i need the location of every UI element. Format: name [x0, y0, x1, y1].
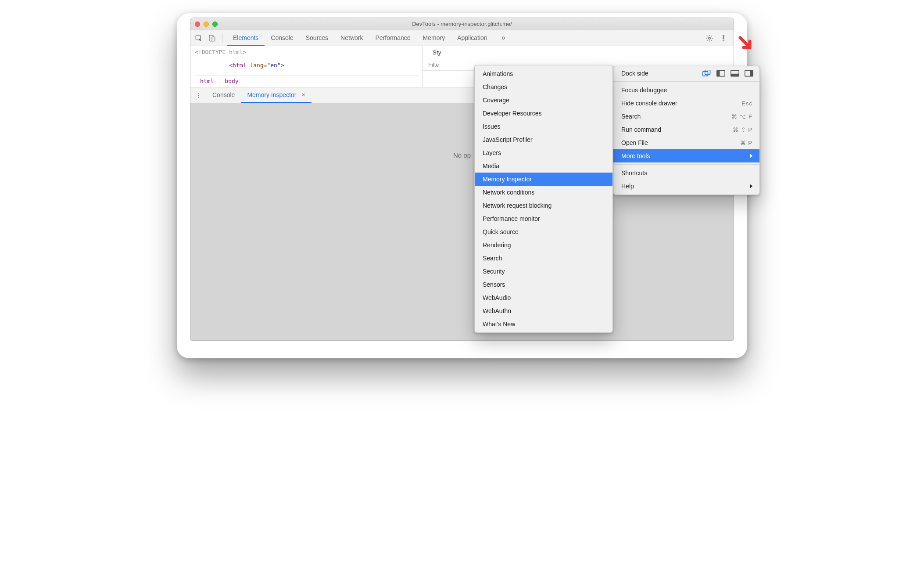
minimize-window-button[interactable]	[204, 22, 209, 27]
more-tools-submenu: AnimationsChangesCoverageDeveloper Resou…	[474, 65, 613, 333]
submenu-item-webauthn[interactable]: WebAuthn	[475, 304, 612, 317]
submenu-item-developer-resources[interactable]: Developer Resources	[475, 107, 612, 120]
menu-item-run-command[interactable]: Run command⌘ ⇧ P	[613, 123, 759, 136]
panel-tab-elements[interactable]: Elements	[227, 30, 265, 46]
submenu-item-security[interactable]: Security	[475, 265, 612, 278]
annotation-arrow-icon	[738, 35, 755, 54]
menu-item-focus-debuggee[interactable]: Focus debuggee	[613, 83, 759, 97]
menu-item-shortcuts[interactable]: Shortcuts	[613, 166, 759, 180]
menu-item-help[interactable]: Help	[613, 180, 759, 193]
submenu-item-quick-source[interactable]: Quick source	[475, 225, 612, 238]
panel-tab-application[interactable]: Application	[451, 30, 494, 46]
traffic-lights	[195, 22, 218, 27]
breadcrumb-html[interactable]: html	[195, 76, 219, 87]
settings-gear-icon[interactable]	[704, 32, 715, 44]
close-window-button[interactable]	[195, 22, 200, 27]
styles-tab[interactable]: Sty	[428, 46, 446, 59]
menu-separator	[613, 81, 759, 82]
submenu-item-network-request-blocking[interactable]: Network request blocking	[475, 199, 612, 212]
submenu-item-webaudio[interactable]: WebAudio	[475, 291, 612, 304]
dock-undock-icon[interactable]	[702, 70, 711, 77]
submenu-item-issues[interactable]: Issues	[475, 120, 612, 133]
panel-tabs: ElementsConsoleSourcesNetworkPerformance…	[227, 30, 494, 46]
panel-tab-memory[interactable]: Memory	[417, 30, 451, 46]
menu-item-open-file[interactable]: Open File⌘ P	[613, 136, 759, 149]
svg-point-8	[198, 94, 199, 95]
svg-point-5	[723, 37, 724, 39]
svg-point-4	[723, 35, 724, 36]
menu-item-more-tools[interactable]: More tools	[613, 149, 759, 162]
panel-tab-performance[interactable]: Performance	[369, 30, 416, 46]
kebab-menu-icon[interactable]	[718, 32, 729, 44]
panel-tab-sources[interactable]: Sources	[300, 30, 334, 46]
submenu-item-network-conditions[interactable]: Network conditions	[475, 186, 612, 199]
styles-tabstrip: Sty	[423, 46, 734, 59]
submenu-item-javascript-profiler[interactable]: JavaScript Profiler	[475, 133, 612, 146]
submenu-item-memory-inspector[interactable]: Memory Inspector	[475, 173, 612, 186]
submenu-item-layers[interactable]: Layers	[475, 146, 612, 159]
device-toolbar-icon[interactable]	[206, 32, 218, 44]
submenu-arrow-icon	[750, 152, 752, 159]
submenu-item-coverage[interactable]: Coverage	[475, 94, 612, 107]
svg-point-9	[198, 97, 199, 97]
dom-breadcrumbs: htmlbody	[195, 76, 418, 87]
menu-item-hide-console-drawer[interactable]: Hide console drawerEsc	[613, 97, 759, 110]
dom-doctype: <!DOCTYPE html>	[195, 49, 246, 55]
svg-point-6	[723, 40, 724, 41]
zoom-window-button[interactable]	[212, 22, 218, 27]
titlebar: DevTools - memory-inspector.glitch.me/	[190, 18, 734, 30]
submenu-arrow-icon	[750, 183, 752, 190]
svg-rect-17	[750, 70, 753, 76]
toolbar-divider	[222, 33, 222, 43]
main-menu: Dock side Focus debuggee Hide console dr…	[613, 66, 760, 195]
submenu-item-media[interactable]: Media	[475, 159, 612, 173]
panel-tab-network[interactable]: Network	[334, 30, 369, 46]
submenu-item-what-s-new[interactable]: What's New	[475, 317, 612, 331]
panel-tab-console[interactable]: Console	[265, 30, 299, 46]
menu-separator	[613, 164, 759, 165]
breadcrumb-body[interactable]: body	[219, 76, 244, 87]
dock-right-icon[interactable]	[745, 70, 753, 77]
svg-rect-10	[703, 72, 708, 76]
dock-side-row: Dock side	[613, 68, 759, 79]
drawer-menu-icon[interactable]	[194, 92, 203, 99]
svg-rect-15	[731, 74, 739, 76]
drawer-empty-text: No op	[453, 151, 471, 159]
main-toolbar: ElementsConsoleSourcesNetworkPerformance…	[190, 30, 734, 46]
overflow-tabs-button[interactable]: »	[495, 30, 512, 46]
svg-point-3	[709, 37, 711, 39]
window-title: DevTools - memory-inspector.glitch.me/	[190, 21, 734, 27]
dom-tree[interactable]: <!DOCTYPE html> <html lang="en"> htmlbod…	[190, 46, 423, 87]
submenu-item-animations[interactable]: Animations	[475, 67, 612, 80]
svg-rect-13	[717, 70, 720, 76]
dock-bottom-icon[interactable]	[731, 70, 739, 77]
submenu-item-search[interactable]: Search	[475, 252, 612, 265]
drawer-tab-memory-inspector[interactable]: Memory Inspector×	[241, 87, 311, 103]
drawer-tab-console[interactable]: Console	[206, 87, 241, 103]
svg-point-7	[198, 93, 199, 94]
inspect-element-icon[interactable]	[193, 32, 204, 44]
close-icon[interactable]: ×	[301, 91, 305, 98]
dock-side-label: Dock side	[621, 70, 648, 77]
menu-item-search[interactable]: Search⌘ ⌥ F	[613, 110, 759, 123]
svg-rect-2	[212, 37, 215, 41]
submenu-item-sensors[interactable]: Sensors	[475, 278, 612, 291]
submenu-item-changes[interactable]: Changes	[475, 80, 612, 94]
dock-left-icon[interactable]	[716, 70, 725, 77]
submenu-item-performance-monitor[interactable]: Performance monitor	[475, 212, 612, 225]
submenu-item-rendering[interactable]: Rendering	[475, 238, 612, 252]
